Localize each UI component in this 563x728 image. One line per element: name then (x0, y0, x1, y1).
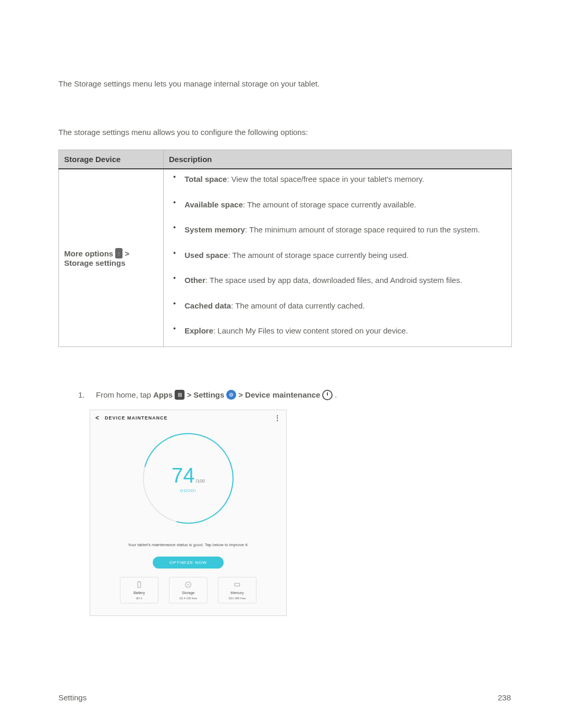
footer-left: Settings (58, 693, 87, 702)
device-maintenance-screenshot: < DEVICE MAINTENANCE ⋮ 74 /100 GOOD! You… (90, 410, 287, 616)
svg-rect-4 (235, 583, 239, 586)
list-item: Available space: The amount of storage s… (169, 199, 506, 225)
list-item: Other: The space used by app data, downl… (169, 275, 506, 300)
list-item: Total space: View the total space/free s… (169, 174, 506, 199)
cat-storage[interactable]: Storage 23.4 GB free (169, 577, 207, 603)
score-ring: 74 /100 GOOD! (143, 433, 234, 524)
cat-memory[interactable]: Memory 521 MB free (218, 577, 256, 603)
storage-table: Storage Device Description More options … (58, 150, 512, 347)
table-row: More options ⋮ > Storage settings Total … (59, 169, 512, 347)
more-options-icon: ⋮ (115, 248, 123, 258)
table-header-device: Storage Device (59, 150, 164, 169)
back-icon[interactable]: < (95, 414, 100, 422)
score-value: 74 (172, 464, 195, 487)
optimize-button[interactable]: OPTIMIZE NOW (153, 557, 224, 569)
svg-rect-0 (138, 582, 140, 587)
list-item: Cached data: The amount of data currentl… (169, 300, 506, 326)
table-header-description: Description (164, 150, 512, 169)
svg-rect-1 (139, 581, 140, 582)
cat-battery[interactable]: Battery 9D h (120, 577, 158, 603)
kebab-icon[interactable]: ⋮ (274, 414, 281, 422)
list-item: Explore: Launch My Files to view content… (169, 325, 506, 342)
overview-text: The storage settings menu allows you to … (58, 127, 512, 139)
gear-icon: ⚙ (226, 390, 236, 400)
intro-text: The Storage settings menu lets you manag… (58, 78, 512, 90)
step-1: 1. From home, tap Apps ⊞ > Settings ⚙ > … (78, 389, 512, 401)
svg-point-3 (188, 584, 189, 585)
status-tip: Your tablet's maintenance status is good… (128, 542, 248, 547)
battery-icon (135, 581, 143, 589)
description-list: Total space: View the total space/free s… (169, 174, 506, 342)
memory-icon (233, 581, 241, 589)
more-options-label: More options (64, 249, 113, 258)
storage-icon (184, 581, 192, 589)
score-status: GOOD! (180, 488, 197, 493)
footer-page: 238 (498, 693, 511, 702)
sep: > (125, 249, 129, 258)
apps-icon: ⊞ (175, 390, 185, 400)
list-item: Used space: The amount of storage space … (169, 250, 506, 275)
mock-title: DEVICE MAINTENANCE (105, 415, 168, 421)
step-number: 1. (78, 389, 87, 401)
storage-settings-label: Storage settings (64, 258, 158, 267)
device-maintenance-icon (322, 390, 333, 400)
list-item: System memory: The minimum amount of sto… (169, 224, 506, 250)
score-outof: /100 (195, 478, 205, 484)
